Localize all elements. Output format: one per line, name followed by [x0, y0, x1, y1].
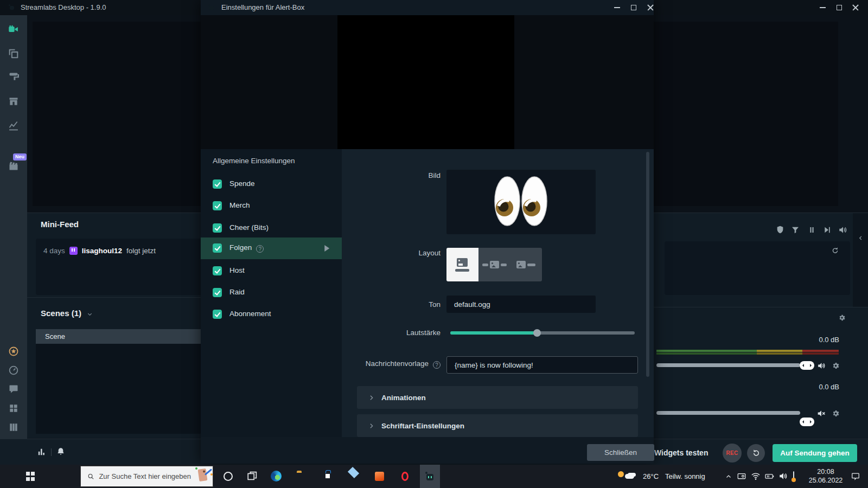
layout-option-above[interactable]: [446, 248, 478, 281]
folgen-help-icon[interactable]: [256, 245, 264, 253]
dialog-close-button[interactable]: [647, 4, 654, 11]
app-store-grid-icon[interactable]: [8, 403, 19, 414]
opera-icon[interactable]: [401, 472, 409, 481]
channel2-mute-icon[interactable]: [816, 409, 826, 418]
store-icon[interactable]: [8, 96, 19, 107]
mixer-channel2-slider[interactable]: [656, 411, 800, 415]
alert-type-raid[interactable]: Raid: [201, 282, 342, 304]
skip-alert-icon[interactable]: [823, 226, 832, 234]
editor-icon[interactable]: [8, 24, 19, 35]
edge-icon[interactable]: [271, 471, 282, 481]
message-help-icon[interactable]: [433, 361, 441, 369]
search-daily-image[interactable]: [194, 467, 213, 486]
main-maximize-button[interactable]: [837, 5, 842, 10]
channel1-settings-icon[interactable]: [832, 362, 840, 370]
cortana-icon[interactable]: [221, 470, 234, 483]
alert-type-cheer[interactable]: Cheer (Bits): [201, 217, 342, 239]
host-checkbox[interactable]: [213, 266, 222, 275]
dialog-title: Einstellungen für Alert-Box: [221, 0, 304, 15]
scenes-chevron-down-icon[interactable]: [87, 311, 93, 317]
volume-tray-icon[interactable]: [778, 471, 788, 481]
filter-icon[interactable]: [791, 226, 800, 234]
animations-label: Animationen: [381, 394, 426, 402]
replay-buffer-button[interactable]: [747, 444, 765, 462]
action-center-icon[interactable]: [851, 472, 860, 481]
folgen-checkbox[interactable]: [213, 243, 222, 253]
moderation-shield-icon[interactable]: [776, 225, 784, 234]
alert-type-folgen[interactable]: Folgen: [201, 237, 344, 259]
pause-chat-icon[interactable]: [808, 226, 816, 234]
main-close-button[interactable]: [852, 4, 859, 11]
folgen-play-icon[interactable]: [322, 242, 331, 254]
highlighter-icon[interactable]: [8, 160, 19, 171]
layout-option-middle[interactable]: [478, 248, 510, 281]
feed-item[interactable]: 4 days lisaghoul12 folgt jetzt: [43, 247, 156, 255]
layout-columns-icon[interactable]: [8, 422, 19, 433]
mixer-settings-icon[interactable]: [838, 314, 846, 322]
raid-checkbox[interactable]: [213, 288, 222, 297]
alert-volume-icon[interactable]: [838, 225, 848, 235]
stats-icon[interactable]: [8, 120, 19, 131]
mixer-channel2-slider-thumb[interactable]: [800, 418, 814, 426]
merch-checkbox[interactable]: [213, 201, 222, 210]
animations-section[interactable]: Animationen: [357, 386, 638, 409]
scenes-band: Scenes (1) Scene: [27, 298, 206, 438]
alert-type-merch[interactable]: Merch: [201, 195, 342, 217]
alert-volume-slider[interactable]: [450, 331, 635, 335]
general-settings-link[interactable]: Allgemeine Einstellungen: [213, 157, 295, 165]
chatbox-icon[interactable]: [8, 384, 19, 395]
sound-file-input[interactable]: [446, 296, 596, 313]
spende-checkbox[interactable]: [213, 179, 222, 189]
battery-icon[interactable]: [764, 472, 775, 481]
start-button[interactable]: [26, 472, 35, 481]
abonnement-checkbox[interactable]: [213, 310, 222, 319]
system-update-icon[interactable]: [793, 471, 794, 480]
main-minimize-button[interactable]: [820, 7, 826, 8]
dialog-maximize-button[interactable]: [631, 5, 636, 10]
weather-desc[interactable]: Teilw. sonnig: [665, 472, 705, 480]
meet-now-icon[interactable]: [737, 472, 746, 481]
weather-temp[interactable]: 26°C: [643, 472, 659, 480]
dashboard-icon[interactable]: [8, 365, 19, 376]
performance-stats-icon[interactable]: [37, 447, 46, 457]
dialog-minimize-button[interactable]: [614, 7, 620, 8]
go-live-button[interactable]: Auf Sendung gehen: [773, 444, 857, 462]
layers-icon[interactable]: [8, 48, 19, 59]
mixer-channel1-slider-thumb[interactable]: [800, 361, 814, 370]
close-dialog-button[interactable]: Schließen: [587, 444, 654, 461]
channel2-settings-icon[interactable]: [832, 409, 840, 418]
office-icon[interactable]: [375, 472, 384, 481]
message-template-input[interactable]: [446, 356, 638, 374]
prime-icon[interactable]: [8, 346, 19, 357]
tray-expand-icon[interactable]: [725, 473, 732, 480]
refresh-chat-icon[interactable]: [831, 247, 839, 255]
replay-icon: [752, 449, 761, 458]
collapse-chat-icon[interactable]: [858, 234, 864, 242]
cheer-checkbox[interactable]: [213, 223, 222, 233]
record-button[interactable]: REC: [723, 444, 742, 463]
taskbar-clock[interactable]: 20:08 25.06.2022: [805, 467, 846, 485]
notifications-bell-icon[interactable]: [56, 447, 65, 457]
mixer-channel1-slider[interactable]: [656, 363, 800, 367]
collapse-strip: [853, 213, 868, 307]
layout-option-side[interactable]: [510, 248, 542, 281]
alert-type-label: Merch: [229, 201, 250, 209]
alert-type-spende[interactable]: Spende: [201, 174, 342, 195]
taskbar-search[interactable]: [80, 466, 213, 487]
search-input[interactable]: [99, 472, 194, 480]
themes-icon[interactable]: [8, 72, 19, 82]
font-settings-section[interactable]: Schriftart-Einstellungen: [357, 414, 638, 437]
dialog-scrollbar[interactable]: [646, 152, 649, 377]
alert-image-preview[interactable]: [446, 170, 596, 234]
alert-preview-display: [337, 15, 514, 149]
alert-preview-area: [201, 15, 654, 149]
scene-row[interactable]: Scene: [36, 329, 202, 344]
task-view-icon[interactable]: [246, 470, 258, 482]
wifi-icon[interactable]: [751, 471, 761, 481]
channel1-volume-icon[interactable]: [817, 361, 826, 370]
alert-volume-thumb[interactable]: [533, 329, 541, 337]
alert-types-panel: Allgemeine Einstellungen Spende Merch Ch…: [201, 149, 342, 437]
alert-type-abonnement[interactable]: Abonnement: [201, 304, 342, 325]
alert-type-host[interactable]: Host: [201, 260, 342, 282]
test-widgets-button[interactable]: Widgets testen: [654, 448, 708, 457]
